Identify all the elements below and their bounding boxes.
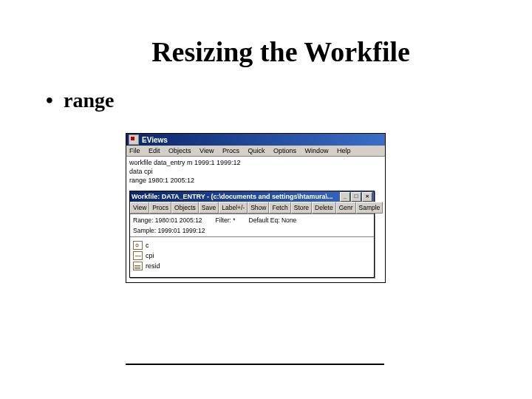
delete-button[interactable]: Delete (312, 202, 336, 214)
app-title: EViews (142, 136, 168, 144)
workfile-window: Workfile: DATA_ENTRY - (c:\documents and… (129, 191, 375, 278)
app-icon (129, 134, 139, 145)
list-item[interactable]: resid (133, 261, 371, 271)
menu-help[interactable]: Help (337, 147, 351, 154)
command-line: data cpi (129, 167, 382, 176)
minimize-button[interactable]: _ (340, 192, 350, 202)
list-item[interactable]: c (133, 240, 371, 250)
eviews-screenshot: EViews File Edit Objects View Procs Quic… (126, 133, 384, 283)
coef-icon (133, 241, 143, 250)
bullet-dot: • (46, 89, 64, 112)
bullet-item: •range (46, 89, 532, 112)
app-menubar[interactable]: File Edit Objects View Procs Quick Optio… (126, 146, 385, 156)
show-button[interactable]: Show (248, 202, 269, 214)
workfile-toolbar: View Procs Objects Save Label+/- Show Fe… (130, 202, 374, 214)
command-area[interactable]: workfile data_entry m 1999:1 1999:12 dat… (126, 156, 385, 282)
label-button[interactable]: Label+/- (219, 202, 248, 214)
close-button[interactable]: × (362, 192, 372, 202)
object-name: resid (146, 261, 160, 271)
menu-options[interactable]: Options (273, 147, 296, 154)
workfile-title: Workfile: DATA_ENTRY - (c:\documents and… (132, 192, 339, 201)
filter-label: Filter: * (216, 216, 236, 225)
genr-button[interactable]: Genr (336, 202, 356, 214)
sample-button[interactable]: Sample (356, 202, 383, 214)
save-button[interactable]: Save (199, 202, 219, 214)
procs-button[interactable]: Procs (149, 202, 171, 214)
workfile-status: Range: 1980:01 2005:12 Filter: * Default… (130, 214, 374, 226)
app-titlebar: EViews (126, 134, 385, 146)
menu-window[interactable]: Window (305, 147, 329, 154)
menu-objects[interactable]: Objects (168, 147, 191, 154)
objects-button[interactable]: Objects (171, 202, 199, 214)
sample-label: Sample: 1999:01 1999:12 (130, 226, 374, 237)
list-item[interactable]: cpi (133, 250, 371, 261)
workfile-titlebar: Workfile: DATA_ENTRY - (c:\documents and… (130, 191, 374, 202)
command-line: range 1980:1 2005:12 (129, 176, 382, 185)
object-list[interactable]: c cpi resid (130, 237, 374, 277)
slide-title: Resizing the Workfile (74, 35, 488, 68)
menu-quick[interactable]: Quick (248, 147, 265, 154)
menu-procs[interactable]: Procs (222, 147, 239, 154)
view-button[interactable]: View (130, 202, 149, 214)
series-icon (133, 262, 143, 270)
command-line: workfile data_entry m 1999:1 1999:12 (129, 158, 382, 167)
screenshot-border (126, 364, 384, 365)
series-icon (133, 251, 143, 260)
object-name: cpi (146, 250, 154, 261)
maximize-button[interactable]: □ (351, 192, 361, 202)
default-eq-label: Default Eq: None (249, 216, 297, 225)
menu-file[interactable]: File (129, 147, 140, 154)
app-window: EViews File Edit Objects View Procs Quic… (126, 133, 386, 283)
bullet-text: range (64, 89, 114, 112)
fetch-button[interactable]: Fetch (269, 202, 290, 214)
menu-edit[interactable]: Edit (149, 147, 160, 154)
object-name: c (146, 240, 149, 250)
store-button[interactable]: Store (291, 202, 312, 214)
range-label: Range: 1980:01 2005:12 (133, 216, 202, 225)
menu-view[interactable]: View (200, 147, 214, 154)
